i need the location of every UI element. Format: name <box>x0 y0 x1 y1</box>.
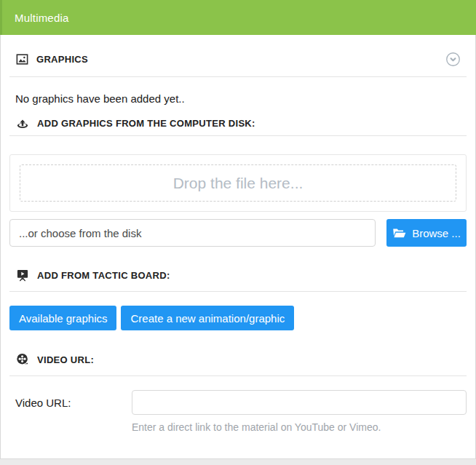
folder-open-icon <box>392 228 406 239</box>
file-dropzone[interactable]: Drop the file here... <box>9 154 467 212</box>
graphics-section-header: GRAPHICS <box>15 51 461 67</box>
video-url-input[interactable] <box>132 390 467 415</box>
browse-button[interactable]: Browse ... <box>386 219 467 247</box>
divider <box>9 291 467 292</box>
video-url-label: Video URL: <box>15 390 132 433</box>
divider <box>9 76 467 77</box>
panel-body: GRAPHICS No graphics have been added yet… <box>1 51 475 433</box>
panel-header: Multimedia <box>0 0 476 35</box>
video-url-help-text: Enter a direct link to the material on Y… <box>132 421 467 433</box>
dropzone-text: Drop the file here... <box>173 175 304 192</box>
disk-section-header: ADD GRAPHICS FROM THE COMPUTER DISK: <box>15 115 461 131</box>
chevron-down-circle-icon[interactable] <box>445 52 461 67</box>
tactic-section-header: ADD FROM TACTIC BOARD: <box>15 267 461 283</box>
tactic-heading: ADD FROM TACTIC BOARD: <box>37 270 170 281</box>
video-heading: VIDEO URL: <box>37 354 94 365</box>
file-path-input[interactable] <box>9 219 376 247</box>
video-url-form-row: Video URL: Enter a direct link to the ma… <box>15 390 467 433</box>
multimedia-panel: Multimedia GRAPHICS No graphics have bee… <box>0 0 476 459</box>
tactic-buttons-row: Available graphics Create a new animatio… <box>9 306 467 330</box>
browse-button-label: Browse ... <box>412 227 461 239</box>
video-url-field: Enter a direct link to the material on Y… <box>132 390 467 433</box>
panel-title: Multimedia <box>15 12 69 24</box>
available-graphics-button[interactable]: Available graphics <box>9 306 116 330</box>
image-icon <box>15 52 29 66</box>
film-reel-icon <box>15 352 30 367</box>
divider <box>9 135 467 136</box>
disk-choose-row: Browse ... <box>9 219 467 247</box>
tactic-board-icon <box>15 268 30 282</box>
empty-graphics-message: No graphics have been added yet.. <box>15 92 461 105</box>
video-section-header: VIDEO URL: <box>15 351 461 367</box>
divider <box>9 375 467 376</box>
upload-icon <box>15 116 30 130</box>
create-animation-button[interactable]: Create a new animation/graphic <box>121 306 294 330</box>
file-dropzone-inner: Drop the file here... <box>20 164 456 202</box>
graphics-heading: GRAPHICS <box>36 54 88 65</box>
disk-heading: ADD GRAPHICS FROM THE COMPUTER DISK: <box>37 118 255 129</box>
